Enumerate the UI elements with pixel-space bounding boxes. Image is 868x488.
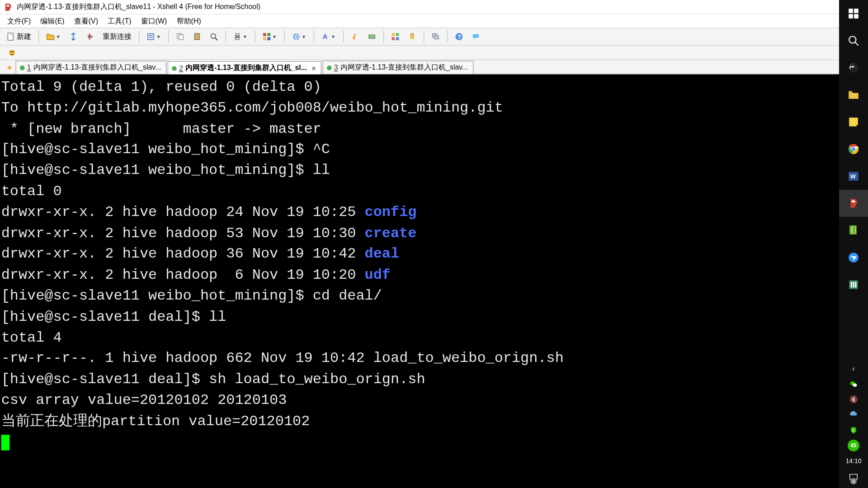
taskbar-app-dingtalk[interactable]: [839, 244, 868, 271]
taskbar-app-notepadpp[interactable]: [839, 217, 868, 244]
menu-tools[interactable]: 工具(T): [104, 15, 135, 28]
taskbar-app-explorer[interactable]: [839, 81, 868, 108]
taskbar-app-obs[interactable]: [839, 54, 868, 81]
menu-window[interactable]: 窗口(W): [137, 15, 171, 28]
subtoolbar: [0, 46, 868, 60]
copy-button[interactable]: [173, 30, 188, 43]
menu-help[interactable]: 帮助(H): [173, 15, 205, 28]
tab-close-icon[interactable]: ×: [312, 64, 316, 73]
disconnect-button[interactable]: [83, 30, 97, 43]
reconnect-icon-button[interactable]: [66, 30, 80, 43]
terminal-line: total 4: [1, 329, 62, 346]
svg-rect-37: [849, 14, 853, 19]
toolbar: 新建 ▼ 重新连接 ▼: [0, 28, 868, 46]
search-button[interactable]: [839, 27, 868, 54]
terminal-line: csv array value=20120102 20120103: [1, 392, 287, 408]
terminal-line: [hive@sc-slave11 weibo_hot_mining]$ cd d…: [1, 288, 382, 304]
svg-point-55: [853, 384, 857, 387]
notifications-button[interactable]: 3: [847, 471, 860, 484]
svg-rect-29: [434, 35, 438, 39]
separator: [447, 31, 447, 43]
tray-wechat-icon[interactable]: [839, 379, 868, 389]
separator: [383, 31, 383, 43]
menu-view[interactable]: 查看(V): [71, 15, 102, 28]
tab-session-2[interactable]: 2 内网穿透-1.13-直接到集群入口机_sl... ×: [168, 61, 321, 75]
properties-button[interactable]: ▼: [144, 30, 164, 43]
addressbar-button[interactable]: [5, 46, 19, 59]
svg-rect-15: [236, 38, 239, 40]
windows-taskbar: W ‹ 🔇 S 45 14:10 3: [839, 0, 868, 488]
font-button[interactable]: A ▼: [318, 30, 339, 43]
taskbar-clock[interactable]: 14:10: [839, 455, 868, 466]
terminal-line: -rw-r--r--. 1 hive hadoop 662 Nov 19 10:…: [1, 350, 564, 366]
start-button[interactable]: [839, 0, 868, 27]
add-tab-button[interactable]: ✦: [4, 62, 16, 74]
terminal-container: Total 9 (delta 1), reused 0 (delta 0) To…: [0, 75, 868, 488]
svg-rect-26: [396, 37, 399, 40]
reconnect-button[interactable]: 重新连接: [100, 30, 135, 43]
tab-number: 1: [27, 63, 31, 72]
terminal-line: drwxr-xr-x. 2 hive hadoop 36 Nov 19 10:4…: [1, 246, 365, 262]
directory-name: create: [365, 225, 417, 241]
new-label: 新建: [17, 32, 31, 42]
taskbar-app-word[interactable]: W: [839, 163, 868, 190]
terminal-line: 当前正在处理的partition value=20120102: [1, 413, 310, 429]
new-button[interactable]: 新建: [4, 30, 34, 43]
paste-button[interactable]: [190, 30, 204, 43]
svg-text:S: S: [852, 428, 854, 432]
terminal-line: total 0: [1, 183, 62, 199]
notification-count: 3: [850, 478, 857, 484]
dropdown-arrow-icon: ▼: [243, 34, 248, 39]
svg-text:?: ?: [457, 33, 461, 40]
tab-number: 3: [334, 63, 338, 72]
svg-rect-52: [853, 282, 854, 288]
lock-button[interactable]: [405, 30, 419, 43]
svg-rect-51: [851, 282, 852, 288]
chat-button[interactable]: [468, 30, 483, 43]
print-button[interactable]: ▼: [230, 30, 250, 43]
svg-rect-25: [392, 37, 395, 40]
taskbar-app-sticky[interactable]: [839, 108, 868, 136]
tab-label: 内网穿透-1.13-直接到集群入口机_slav...: [340, 62, 468, 73]
svg-text:W: W: [850, 173, 856, 180]
cursor: [1, 435, 10, 450]
svg-rect-53: [855, 282, 856, 288]
svg-rect-1: [11, 33, 13, 35]
taskbar-app-chrome[interactable]: [839, 136, 868, 163]
tab-session-3[interactable]: 3 内网穿透-1.13-直接到集群入口机_slav...: [323, 61, 474, 74]
color-scheme-button[interactable]: ▼: [259, 30, 280, 43]
cascade-button[interactable]: [428, 30, 443, 43]
terminal[interactable]: Total 9 (delta 1), reused 0 (delta 0) To…: [0, 75, 868, 488]
tray-volume-mute-icon[interactable]: 🔇: [839, 394, 868, 405]
status-dot-icon: [327, 65, 332, 70]
tray-security-icon[interactable]: S: [839, 425, 868, 436]
menu-edit[interactable]: 编辑(E): [37, 15, 68, 28]
tray-badge-45[interactable]: 45: [839, 440, 868, 451]
tab-session-1[interactable]: 1 内网穿透-1.13-直接到集群入口机_slav...: [16, 61, 167, 74]
svg-rect-35: [849, 9, 853, 13]
taskbar-app-library[interactable]: [839, 271, 868, 298]
app-icon: [4, 2, 13, 12]
tile-button[interactable]: [388, 30, 402, 43]
open-folder-button[interactable]: ▼: [43, 30, 64, 43]
svg-rect-38: [854, 14, 859, 19]
help-button[interactable]: ?: [452, 30, 466, 43]
svg-rect-8: [179, 35, 183, 40]
svg-point-11: [211, 33, 216, 38]
find-button[interactable]: [207, 30, 221, 43]
tray-weather-icon[interactable]: [839, 409, 868, 420]
tab-label: 内网穿透-1.13-直接到集群入口机_sl...: [185, 63, 307, 74]
web-button[interactable]: ▼: [289, 30, 309, 43]
keymap-button[interactable]: [364, 30, 379, 43]
taskbar-app-xshell[interactable]: [839, 190, 868, 217]
svg-line-40: [855, 42, 859, 46]
menubar: 文件(F) 编辑(E) 查看(V) 工具(T) 窗口(W) 帮助(H): [0, 14, 868, 28]
dropdown-arrow-icon: ▼: [56, 34, 61, 39]
menu-file[interactable]: 文件(F): [4, 15, 34, 28]
tabstrip: ✦ 1 内网穿透-1.13-直接到集群入口机_slav... 2 内网穿透-1.…: [0, 60, 868, 75]
tray-expand-icon[interactable]: ‹: [839, 363, 868, 374]
separator: [225, 31, 226, 43]
svg-rect-24: [396, 33, 399, 36]
terminal-line: drwxr-xr-x. 2 hive hadoop 24 Nov 19 10:2…: [1, 204, 365, 221]
script-button[interactable]: [348, 30, 362, 43]
